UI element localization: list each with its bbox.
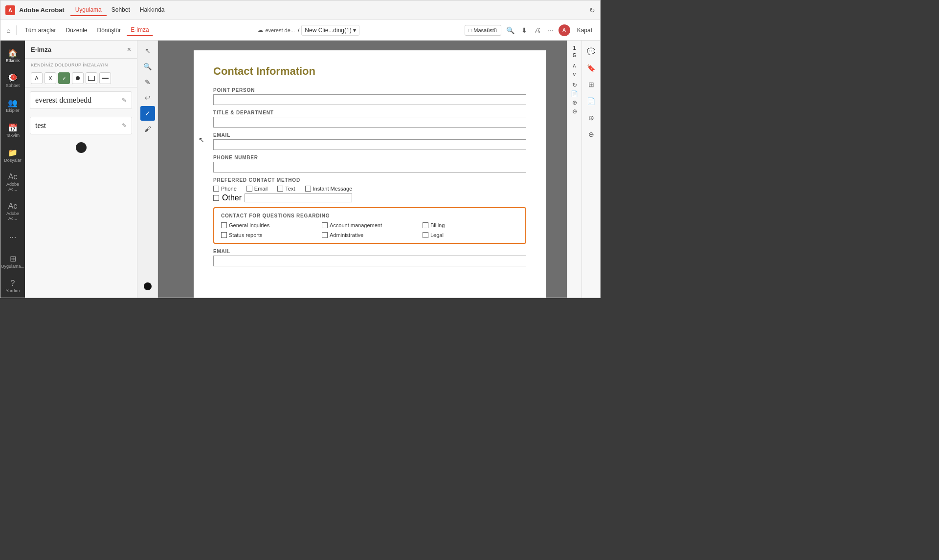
desktop-button[interactable]: □ Masaüstü [465, 25, 501, 36]
signature-text-2: test [35, 121, 46, 130]
close-button[interactable]: Kapat [573, 25, 596, 36]
avatar[interactable]: A [559, 24, 570, 36]
signature-card-2[interactable]: test ✎ [30, 117, 132, 134]
form-title: Contact Information [213, 65, 526, 78]
sidebar-item-etkinlik[interactable]: 🏠 Etkinlik [0, 44, 25, 67]
signature-card-1[interactable]: everest dcmebedd ✎ [30, 91, 132, 109]
title-bar-right: ↻ [589, 6, 595, 14]
preferred-contact-label: PREFERRED CONTACT METHOD [213, 177, 526, 183]
home-icon[interactable]: ⌂ [4, 24, 12, 36]
pdf-area: ↖ Contact Information POINT PERSON TITLE… [158, 41, 581, 298]
cross-tool-button[interactable]: X [45, 72, 56, 84]
apps-icon: ⊞ [10, 254, 16, 263]
phone-input[interactable] [213, 162, 526, 172]
teams-icon: 👥 [8, 98, 18, 108]
pen-tool[interactable]: ✎ [140, 75, 155, 89]
search-icon[interactable]: 🔍 [504, 24, 516, 36]
signature-edit-icon-2[interactable]: ✎ [122, 122, 127, 129]
email-input-1[interactable] [213, 139, 526, 150]
checkbox-account-mgmt-box[interactable] [322, 222, 328, 228]
checkbox-administrative-box[interactable] [322, 232, 328, 238]
page-up-icon[interactable]: ∧ [572, 62, 577, 69]
sidebar-item-sohbet[interactable]: 💬 1 Sohbet [0, 69, 25, 92]
download-icon[interactable]: ⬇ [519, 24, 529, 36]
email-input-2[interactable] [213, 256, 526, 266]
toolbar-tum-araclar[interactable]: Tüm araçlar [21, 25, 60, 36]
sidebar-item-adobe-ac1[interactable]: Ac Adobe Ac... [0, 169, 25, 196]
sidebar-item-ekipler[interactable]: 👥 Ekipler [0, 94, 25, 117]
nav-uygulama[interactable]: Uygulama [70, 4, 107, 16]
sidebar-item-adobe-ac2[interactable]: Ac Adobe Ac... [0, 198, 25, 225]
nav-sohbet[interactable]: Sohbet [107, 4, 135, 16]
title-dept-input[interactable] [213, 117, 526, 128]
main-layout: 🏠 Etkinlik 💬 1 Sohbet 👥 Ekipler 📅 Takvim [0, 41, 600, 298]
cloud-icon: ☁ [258, 27, 263, 33]
line-tool-button[interactable] [99, 72, 111, 84]
checkbox-legal-box[interactable] [423, 232, 428, 238]
eimza-title: E-imza [31, 46, 51, 53]
more-apps-icon[interactable]: ··· [9, 232, 16, 248]
other-input[interactable] [245, 194, 352, 202]
email-label-1: EMAIL [213, 132, 526, 138]
dropdown-icon: ▾ [353, 27, 356, 34]
checkbox-text-box[interactable] [277, 186, 283, 192]
point-person-label: POINT PERSON [213, 87, 526, 93]
color-swatch[interactable] [76, 142, 87, 153]
zoom-out-panel-button[interactable]: ⊖ [584, 128, 598, 141]
rect-tool-button[interactable] [86, 72, 97, 84]
sidebar-item-uygulamalar[interactable]: ⊞ Uygulama... [0, 250, 25, 273]
rect-icon [88, 76, 95, 81]
more-icon[interactable]: ··· [546, 24, 556, 36]
zoom-in-panel-button[interactable]: ⊕ [584, 111, 598, 125]
app-logo: A [5, 5, 15, 15]
refresh-icon[interactable]: ↻ [589, 6, 595, 14]
cursor-tool[interactable]: ↖ [140, 43, 155, 58]
print-icon[interactable]: 🖨 [532, 24, 543, 36]
eimza-close-button[interactable]: × [127, 45, 131, 53]
checkbox-status-reports-box[interactable] [221, 232, 227, 238]
toolbar-eimza[interactable]: E-imza [127, 24, 153, 36]
other-row: Other [213, 194, 526, 202]
page-down-icon[interactable]: ∨ [572, 71, 577, 78]
sidebar-item-takvim[interactable]: 📅 Takvim [0, 119, 25, 142]
toolbar-duzenle[interactable]: Düzenle [62, 25, 91, 36]
page-refresh-icon[interactable]: ↻ [572, 82, 577, 88]
sidebar-item-dosyalar[interactable]: 📁 Dosyalar [0, 144, 25, 167]
checkbox-general-inquiries-box[interactable] [221, 222, 227, 228]
signature-edit-icon-1[interactable]: ✎ [122, 97, 127, 104]
nav-hakkinda[interactable]: Hakkında [135, 4, 170, 16]
page-num-5[interactable]: 5 [573, 53, 576, 58]
comments-panel-button[interactable]: 💬 [584, 44, 598, 58]
point-person-input[interactable] [213, 94, 526, 105]
checkbox-legal-label: Legal [430, 232, 444, 238]
bookmarks-panel-button[interactable]: 🔖 [584, 61, 598, 75]
page-num-1[interactable]: 1 [573, 45, 576, 51]
checkbox-account-mgmt-label: Account management [330, 222, 382, 228]
check-mid-tool[interactable]: ✓ [140, 106, 155, 121]
sidebar-item-yardim[interactable]: ? Yardım [0, 275, 25, 298]
paint-tool[interactable]: 🖌 [140, 122, 155, 136]
contact-for-title: CONTACT FOR QUESTIONS REGARDING [221, 213, 518, 218]
checkbox-billing-box[interactable] [423, 222, 428, 228]
dot-tool-button[interactable] [72, 72, 84, 84]
cursor-indicator: ↖ [199, 136, 204, 144]
zoom-tool[interactable]: 🔍 [140, 59, 155, 74]
file-name-button[interactable]: New Clie...ding(1) ▾ [301, 25, 359, 36]
home-icon: 🏠 [8, 49, 18, 57]
toolbar-donustur[interactable]: Dönüştür [93, 25, 125, 36]
check-tool-button[interactable]: ✓ [58, 72, 70, 84]
checkbox-instant-msg-box[interactable] [305, 186, 311, 192]
undo-tool[interactable]: ↩ [140, 90, 155, 105]
signature-text-1: everest dcmebedd [35, 96, 91, 105]
title-bar: A Adobe Acrobat Uygulama Sohbet Hakkında… [0, 0, 600, 20]
checkbox-other-box[interactable] [213, 195, 219, 201]
checkbox-phone-box[interactable] [213, 186, 219, 192]
doc-info-panel-button[interactable]: 📄 [584, 94, 598, 108]
zoom-out-page-icon[interactable]: ⊖ [572, 108, 577, 115]
thumbnails-panel-button[interactable]: ⊞ [584, 78, 598, 91]
checkbox-email-box[interactable] [246, 186, 252, 192]
color-tool[interactable] [140, 279, 155, 294]
zoom-in-page-icon[interactable]: ⊕ [572, 99, 577, 106]
text-tool-button[interactable]: A [31, 72, 43, 84]
page-doc-icon[interactable]: 📄 [571, 90, 578, 97]
